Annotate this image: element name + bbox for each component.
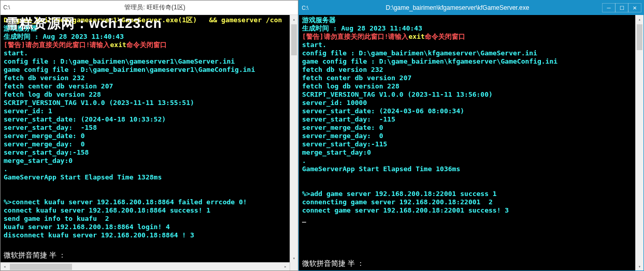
scrollbar-thumb-h[interactable] xyxy=(10,264,72,270)
console-line: config file : D:\game_bairimen\kfgameser… xyxy=(302,49,632,57)
console-line: disconnect kuafu server 192.168.200.18:8… xyxy=(4,231,287,239)
console-line xyxy=(302,173,632,182)
ime-status-right: 微软拼音简捷 半 ： xyxy=(302,259,364,268)
console-line: send game info to kuafu 2 xyxy=(4,215,287,223)
console-output-left[interactable]: D:\game_bairimen\gameserver1\GameServer.… xyxy=(1,15,290,262)
console-line xyxy=(302,182,632,190)
titlebar-left[interactable]: C:\ 管理员: 旺旺传奇(1区) xyxy=(1,1,298,15)
scrollbar-vertical-left[interactable]: ▴ ▾ xyxy=(290,15,298,270)
console-line: 游戏服务器 xyxy=(302,16,632,24)
console-line: start. xyxy=(4,49,287,57)
console-line: %>connect kuafu server 192.168.200.18:88… xyxy=(4,198,287,206)
console-line: server_start_date: (2024-04-18 10:33:52) xyxy=(4,115,287,124)
console-line: game config file : D:\game_bairimen\kfga… xyxy=(302,57,632,66)
console-line: fetch center db version 207 xyxy=(302,74,632,82)
ime-status-left: 微软拼音简捷 半 ： xyxy=(4,251,66,260)
console-line: server_merge_date: 0 xyxy=(302,124,632,132)
console-line: . xyxy=(4,165,287,173)
scroll-up-icon[interactable]: ▴ xyxy=(636,15,643,23)
console-line: server_start_day:-115 xyxy=(302,140,632,148)
console-line: server_start_day:-158 xyxy=(4,148,287,157)
scroll-down-icon[interactable]: ▾ xyxy=(636,262,643,270)
cmd-icon: C:\ xyxy=(3,4,11,12)
console-line: connect kuafu server 192.168.200.18:8864… xyxy=(4,206,287,215)
window-controls: ─ ☐ ✕ xyxy=(603,3,641,12)
console-line: . xyxy=(302,157,632,165)
scrollbar-thumb[interactable] xyxy=(637,24,642,50)
scroll-left-icon[interactable]: ◂ xyxy=(1,263,9,270)
maximize-button[interactable]: ☐ xyxy=(615,3,628,12)
console-line: GameServerApp Start Elapsed Time 1328ms xyxy=(4,173,287,182)
console-line: fetch log db version 228 xyxy=(4,91,287,99)
console-line: fetch db version 232 xyxy=(302,66,632,74)
console-line: server_merge_date: 0 xyxy=(4,132,287,140)
console-line: server_start_day: -115 xyxy=(302,115,632,124)
console-line xyxy=(4,190,287,198)
window-title-left: 管理员: 旺旺传奇(1区) xyxy=(14,3,296,12)
console-line: 生成时间 : Aug 28 2023 11:40:43 xyxy=(302,24,632,33)
window-title-right: D:\game_bairimen\kfgameserver\kfGameServ… xyxy=(312,4,603,11)
scroll-right-icon[interactable]: ▸ xyxy=(281,263,290,270)
console-line: config file : D:\game_bairimen\gameserve… xyxy=(4,57,287,66)
console-line: fetch log db version 228 xyxy=(302,82,632,91)
console-window-left: C:\ 管理员: 旺旺传奇(1区) D:\game_bairimen\games… xyxy=(0,0,298,271)
console-line: fetch db version 232 xyxy=(4,74,287,82)
console-line: [警告]请勿直接关闭此窗口!请输入exit命令关闭窗口 xyxy=(302,33,632,41)
console-line: connencting game server 192.168.200.18:2… xyxy=(302,198,632,206)
console-line: merge_start_day:0 xyxy=(302,148,632,157)
console-line: 生成时间 : Aug 28 2023 11:40:43 xyxy=(4,33,287,41)
console-line: game config file : D:\game_bairimen\game… xyxy=(4,66,287,74)
console-line: _ xyxy=(302,215,632,223)
console-line: [警告]请勿直接关闭此窗口!请输入exit命令关闭窗口 xyxy=(4,41,287,49)
titlebar-right[interactable]: C:\ D:\game_bairimen\kfgameserver\kfGame… xyxy=(299,1,643,15)
console-line: kuafu server 192.168.200.18:8864 login! … xyxy=(4,223,287,231)
console-line: 游戏服务器 xyxy=(4,24,287,33)
console-line: server_merge_day: 0 xyxy=(302,132,632,140)
console-line: GameServerApp Start Elapsed Time 1036ms xyxy=(302,165,632,173)
scrollbar-horizontal-left[interactable]: ◂ ▸ xyxy=(1,262,290,270)
console-line: fetch center db version 207 xyxy=(4,82,287,91)
cmd-icon: C:\ xyxy=(301,4,309,12)
console-line: server_merge_day: 0 xyxy=(4,140,287,148)
console-line: %>add game server 192.168.200.18:22001 s… xyxy=(302,190,632,198)
scrollbar-thumb[interactable] xyxy=(291,24,297,55)
console-line: D:\game_bairimen\gameserver1\GameServer.… xyxy=(4,16,287,24)
console-line: server_start_day: -158 xyxy=(4,124,287,132)
scrollbar-vertical-right[interactable]: ▴ ▾ xyxy=(635,15,643,270)
close-button[interactable]: ✕ xyxy=(628,3,641,12)
console-line: SCRIPT_VERSION_TAG V1.0.0 (2023-11-11 13… xyxy=(4,99,287,107)
console-window-right: C:\ D:\game_bairimen\kfgameserver\kfGame… xyxy=(298,0,644,271)
scroll-down-icon[interactable]: ▾ xyxy=(290,254,298,262)
console-line: connect game server 192.168.200.18:22001… xyxy=(302,206,632,215)
console-line xyxy=(4,182,287,190)
console-line: server_id: 10000 xyxy=(302,99,632,107)
console-line: merge_start_day:0 xyxy=(4,157,287,165)
console-output-right[interactable]: 游戏服务器生成时间 : Aug 28 2023 11:40:43[警告]请勿直接… xyxy=(299,15,635,270)
minimize-button[interactable]: ─ xyxy=(602,3,616,12)
console-line: start. xyxy=(302,41,632,49)
scroll-up-icon[interactable]: ▴ xyxy=(290,15,298,23)
console-line: SCRIPT_VERSION_TAG V1.0.0 (2023-11-11 13… xyxy=(302,91,632,99)
console-line: server_start_date: (2024-03-06 08:00:34) xyxy=(302,107,632,115)
console-line: server_id: 1 xyxy=(4,107,287,115)
